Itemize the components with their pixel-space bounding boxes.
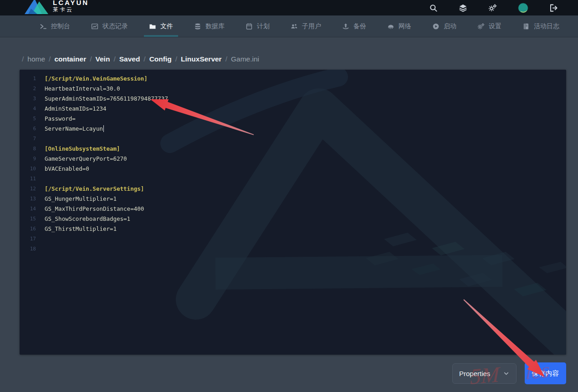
code-text: GS_ShowScoreboardBadges=1 <box>45 215 130 222</box>
tab-subusers[interactable]: 子用户 <box>289 15 322 37</box>
tab-label: 控制台 <box>51 22 70 31</box>
search-icon[interactable] <box>429 4 438 12</box>
code-line[interactable]: 9GameServerQueryPort=6270 <box>20 153 566 163</box>
backup-icon <box>342 23 349 30</box>
code-line[interactable]: 14GS_MaxThirdPersonDistance=400 <box>20 204 566 214</box>
line-number: 2 <box>20 86 36 92</box>
tab-schedule[interactable]: 计划 <box>244 15 271 37</box>
code-line[interactable]: 1[/Script/Vein.VeinGameSession] <box>20 73 566 83</box>
code-text: [/Script/Vein.VeinGameSession] <box>45 75 148 82</box>
line-number: 5 <box>20 116 36 122</box>
code-line[interactable]: 17 <box>20 234 566 244</box>
gears-icon <box>488 4 497 12</box>
code-line[interactable]: 5Password= <box>20 113 566 123</box>
layers-icon <box>459 4 467 12</box>
code-line[interactable]: 4AdminSteamIDs=1234 <box>20 103 566 113</box>
breadcrumb-segment-saved[interactable]: Saved <box>119 55 140 63</box>
tab-bar: 控制台状态记录文件数据库计划子用户备份网络启动设置活动日志 <box>0 15 578 37</box>
code-text: ServerName=Lcayun <box>45 125 103 132</box>
breadcrumb-separator: / <box>49 55 51 63</box>
tab-label: 备份 <box>353 22 366 31</box>
properties-dropdown[interactable]: Properties <box>452 363 517 384</box>
tab-console[interactable]: 控制台 <box>38 15 72 37</box>
line-number: 6 <box>20 126 36 132</box>
line-number: 1 <box>20 76 36 81</box>
code-text: SuperAdminSteamIDs=76561198794877737 <box>45 95 168 102</box>
code-line[interactable]: 12[/Script/Vein.ServerSettings] <box>20 183 566 193</box>
breadcrumb-separator: / <box>22 55 24 63</box>
tab-label: 文件 <box>160 22 173 31</box>
code-text: [/Script/Vein.ServerSettings] <box>45 185 144 192</box>
tab-network[interactable]: 网络 <box>386 15 413 37</box>
tab-settings[interactable]: 设置 <box>476 15 503 37</box>
line-number: 18 <box>20 246 36 252</box>
gears-icon[interactable] <box>488 4 497 12</box>
code-line[interactable]: 10bVACEnabled=0 <box>20 163 566 173</box>
breadcrumb-segment-config[interactable]: Config <box>149 55 172 63</box>
code-line[interactable]: 11 <box>20 173 566 183</box>
line-number: 7 <box>20 136 36 142</box>
code-line[interactable]: 8[OnlineSubsystemSteam] <box>20 143 566 153</box>
breadcrumb-segment-linuxserver[interactable]: LinuxServer <box>181 55 222 63</box>
line-number: 8 <box>20 146 36 152</box>
tab-label: 数据库 <box>205 22 225 31</box>
code-line[interactable]: 16GS_ThirstMultiplier=1 <box>20 224 566 234</box>
code-line[interactable]: 15GS_ShowScoreboardBadges=1 <box>20 214 566 224</box>
breadcrumb-separator: / <box>143 55 145 63</box>
chevron-down-icon <box>503 370 510 377</box>
tab-status[interactable]: 状态记录 <box>90 15 129 37</box>
code-line[interactable]: 7 <box>20 133 566 143</box>
breadcrumb-segment-container[interactable]: container <box>54 55 86 63</box>
code-text: GS_HungerMultiplier=1 <box>45 195 117 202</box>
code-text: GameServerQueryPort=6270 <box>45 155 127 162</box>
line-number: 10 <box>20 166 36 172</box>
code-line[interactable]: 3SuperAdminSteamIDs=76561198794877737 <box>20 93 566 103</box>
tab-label: 计划 <box>257 22 270 31</box>
code-text: GS_MaxThirdPersonDistance=400 <box>45 205 144 212</box>
line-number: 13 <box>20 196 36 202</box>
users-icon <box>291 23 298 30</box>
code-text: bVACEnabled=0 <box>45 165 89 172</box>
line-number: 17 <box>20 236 36 242</box>
tab-label: 活动日志 <box>534 22 559 31</box>
tab-startup[interactable]: 启动 <box>431 15 458 37</box>
brand-subtitle: 莱卡云 <box>53 7 89 13</box>
line-number: 4 <box>20 106 36 112</box>
save-content-button[interactable]: 保存内容 <box>525 362 566 384</box>
user-avatar[interactable] <box>518 3 528 13</box>
brand-logo-icon <box>22 0 50 16</box>
tab-activity[interactable]: 活动日志 <box>521 15 561 37</box>
file-editor[interactable]: 1[/Script/Vein.VeinGameSession]2Heartbea… <box>20 70 566 355</box>
calendar-icon <box>246 23 253 30</box>
breadcrumb-separator: / <box>175 55 177 63</box>
tab-backup[interactable]: 备份 <box>341 15 368 37</box>
text-cursor <box>103 125 104 132</box>
brand-logo[interactable]: LCAYUN 莱卡云 <box>22 0 89 17</box>
database-icon <box>194 23 201 30</box>
folder-icon <box>149 23 156 30</box>
logout-icon[interactable] <box>549 4 558 12</box>
log-icon <box>522 23 530 30</box>
breadcrumb-segment-game-ini: Game.ini <box>231 55 259 63</box>
code-text: AdminSteamIDs=1234 <box>45 105 106 112</box>
breadcrumb-separator: / <box>90 55 92 63</box>
code-text: GS_ThirstMultiplier=1 <box>45 225 117 232</box>
breadcrumb-segment-vein[interactable]: Vein <box>95 55 110 63</box>
brand-title: LCAYUN <box>53 0 89 7</box>
tab-label: 状态记录 <box>102 22 128 31</box>
external-link-button[interactable] <box>576 22 578 31</box>
code-text: [OnlineSubsystemSteam] <box>45 145 120 152</box>
tab-label: 网络 <box>399 22 411 31</box>
code-line[interactable]: 2HeartbeatInterval=30.0 <box>20 83 566 93</box>
code-line[interactable]: 18 <box>20 244 566 254</box>
properties-label: Properties <box>459 370 490 377</box>
breadcrumb: /home/container/Vein/Saved/Config/LinuxS… <box>22 55 259 63</box>
code-line[interactable]: 13GS_HungerMultiplier=1 <box>20 193 566 204</box>
chart-icon <box>91 23 98 30</box>
tab-files[interactable]: 文件 <box>148 15 174 37</box>
layers-icon[interactable] <box>459 4 467 12</box>
tab-database[interactable]: 数据库 <box>193 15 226 37</box>
breadcrumb-segment-home[interactable]: home <box>27 55 45 63</box>
code-line[interactable]: 6ServerName=Lcayun <box>20 123 566 133</box>
line-number: 16 <box>20 226 36 232</box>
